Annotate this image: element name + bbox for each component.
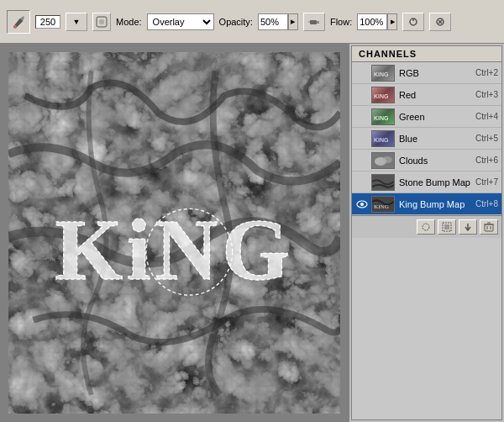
svg-text:KiNG: KiNG [374, 93, 389, 99]
channel-row-stone[interactable]: Stone Bump Map Ctrl+7 [352, 171, 501, 193]
opacity-label: Opacity: [219, 17, 253, 27]
thumb-blue: KiNG [371, 130, 395, 147]
eye-icon-clouds [355, 154, 369, 167]
canvas-inner: KiNG KiNG KiNG [8, 52, 340, 414]
channel-label-rgb: RGB [399, 68, 472, 78]
channel-row-red[interactable]: KiNG Red Ctrl+3 [352, 84, 501, 106]
channel-label-clouds: Clouds [399, 156, 472, 166]
svg-point-24 [360, 203, 364, 206]
channel-row-clouds[interactable]: Clouds Ctrl+6 [352, 150, 501, 171]
eye-icon-red [355, 88, 369, 102]
channels-panel-inner: CHANNELS KiNG RGB Ctrl+2 KiNG Red Ctrl+3 [351, 45, 502, 420]
svg-rect-29 [444, 224, 449, 229]
mode-label: Mode: [116, 17, 142, 27]
channel-shortcut-king: Ctrl+8 [475, 199, 498, 208]
channel-row-rgb[interactable]: KiNG RGB Ctrl+2 [352, 62, 501, 84]
brush-size-arrow[interactable]: ▼ [66, 13, 87, 31]
svg-rect-3 [310, 20, 317, 24]
panel-footer [352, 215, 501, 238]
eye-icon-king [355, 198, 369, 211]
thumb-red: KiNG [371, 87, 395, 103]
channel-label-red: Red [399, 90, 472, 100]
mode-group: Overlay Normal Multiply Screen [147, 13, 214, 30]
delete-channel-btn[interactable] [480, 219, 498, 235]
channel-label-blue: Blue [399, 134, 472, 144]
thumb-king: KiNG [371, 196, 395, 213]
svg-text:KiNG: KiNG [374, 115, 389, 121]
svg-text:KiNG: KiNG [374, 203, 389, 210]
svg-point-2 [99, 19, 104, 24]
opacity-input[interactable] [258, 13, 288, 30]
svg-rect-30 [485, 224, 493, 231]
channel-row-king[interactable]: KiNG King Bump Map Ctrl+8 [352, 193, 501, 215]
svg-point-27 [423, 224, 429, 230]
thumb-clouds [371, 152, 395, 169]
channel-shortcut-clouds: Ctrl+6 [475, 156, 498, 165]
svg-text:KiNG: KiNG [55, 202, 294, 298]
thumb-stone [371, 174, 395, 191]
mode-dropdown[interactable]: Overlay Normal Multiply Screen [147, 13, 214, 30]
flow-label: Flow: [330, 17, 352, 27]
channel-shortcut-rgb: Ctrl+2 [475, 68, 498, 77]
extra-icon-2[interactable] [429, 13, 451, 31]
eye-icon-blue [355, 132, 369, 145]
channel-shortcut-red: Ctrl+3 [475, 90, 498, 99]
opacity-arrow[interactable]: ▶ [288, 13, 298, 30]
extra-icon-1[interactable] [402, 13, 424, 31]
flow-arrow[interactable]: ▶ [387, 13, 397, 30]
brush-size-control: 250 [35, 15, 60, 29]
opacity-group: ▶ [258, 13, 298, 30]
flow-group: ▶ [357, 13, 397, 30]
svg-point-21 [382, 156, 392, 163]
main-area: KiNG KiNG KiNG [0, 44, 504, 422]
svg-rect-4 [317, 21, 319, 24]
channel-to-selection-btn[interactable] [438, 219, 456, 235]
svg-point-0 [13, 25, 17, 29]
channel-row-green[interactable]: KiNG Green Ctrl+4 [352, 106, 501, 128]
channel-label-king: King Bump Map [399, 199, 472, 209]
channels-panel: CHANNELS KiNG RGB Ctrl+2 KiNG Red Ctrl+3 [349, 44, 504, 422]
eye-icon-rgb [355, 66, 369, 80]
toolbar: 250 ▼ Mode: Overlay Normal Multiply Scre… [0, 0, 504, 44]
channels-panel-header: CHANNELS [352, 46, 501, 62]
brush-size-value[interactable]: 250 [35, 15, 60, 29]
svg-text:KiNG: KiNG [374, 71, 389, 77]
airbrush-icon[interactable] [303, 13, 325, 31]
eye-icon-green [355, 110, 369, 124]
save-selection-btn[interactable] [459, 219, 477, 235]
channel-shortcut-green: Ctrl+4 [475, 112, 498, 121]
canvas-texture: KiNG KiNG KiNG [8, 52, 340, 414]
brush-options-icon[interactable] [92, 13, 111, 31]
channel-label-green: Green [399, 112, 472, 122]
thumb-green: KiNG [371, 108, 395, 125]
channel-shortcut-stone: Ctrl+7 [475, 177, 498, 187]
svg-text:KiNG: KiNG [374, 137, 389, 143]
flow-input[interactable] [357, 13, 387, 30]
brush-tool-icon[interactable] [7, 10, 30, 34]
channel-shortcut-blue: Ctrl+5 [475, 134, 498, 143]
new-channel-dotted-btn[interactable] [417, 219, 435, 235]
channel-row-blue[interactable]: KiNG Blue Ctrl+5 [352, 128, 501, 150]
channel-label-stone: Stone Bump Map [399, 177, 472, 187]
thumb-rgb: KiNG [371, 65, 395, 82]
canvas-area: KiNG KiNG KiNG [0, 44, 349, 422]
eye-icon-stone [355, 176, 369, 189]
